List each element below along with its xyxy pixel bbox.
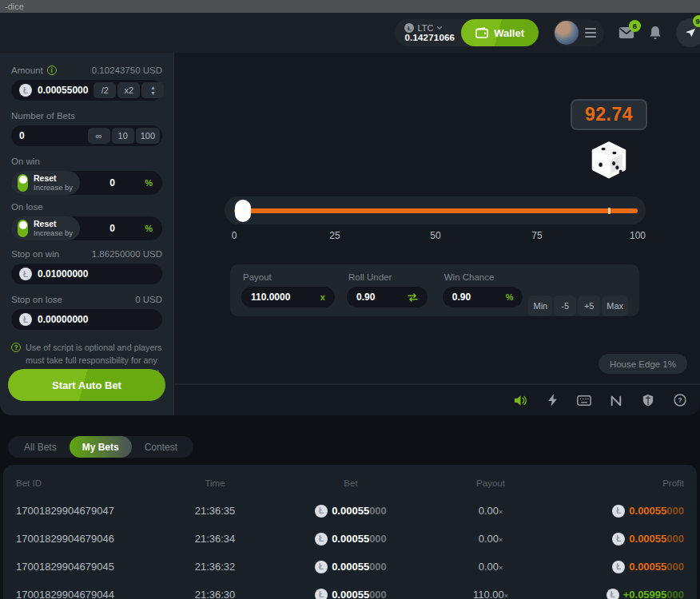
turbo-button[interactable] <box>542 390 563 411</box>
currency-code: LTC <box>417 23 433 33</box>
bet-id: 17001829904679046 <box>11 533 155 545</box>
fairness-button[interactable] <box>638 390 658 411</box>
tab-my-bets[interactable]: My Bets <box>70 436 132 458</box>
col-time: Time <box>155 478 275 488</box>
on-win-reset-label: Reset <box>34 174 73 184</box>
amount-input[interactable]: Ł 0.00055000 /2 x2 ▲▼ <box>11 80 162 101</box>
payout-x-icon: × <box>499 536 503 544</box>
swap-icon[interactable] <box>408 293 418 302</box>
table-row[interactable]: 17001829904679044 21:36:30 Ł 0.00055000 … <box>11 581 689 599</box>
win-chance-minus5-button[interactable]: -5 <box>554 296 576 316</box>
bet-controls-sidebar: Amount i 0.10243750 USD Ł 0.00055000 /2 … <box>0 53 174 415</box>
on-lose-increase-label: Increase by <box>34 229 73 237</box>
litecoin-icon: Ł <box>315 533 328 545</box>
col-bet-id: Bet ID <box>11 478 155 488</box>
on-lose-toggle[interactable]: Reset Increase by <box>11 216 80 240</box>
win-chance-input[interactable]: 0.90 % <box>443 287 523 307</box>
on-win-toggle[interactable]: Reset Increase by <box>11 171 80 195</box>
bet-amount: 0.00055000 <box>332 505 387 517</box>
table-row[interactable]: 17001829904679046 21:36:34 Ł 0.00055000 … <box>11 525 689 553</box>
bet-amount-main: 0.00055 <box>332 533 369 545</box>
payout-label: Payout <box>241 272 335 282</box>
win-chance-max-button[interactable]: Max <box>602 296 628 316</box>
profile-menu-icon[interactable] <box>585 28 596 38</box>
litecoin-icon: Ł <box>19 313 32 326</box>
toggle-switch-icon <box>18 174 28 192</box>
chat-badge: 99 <box>693 15 700 27</box>
amount-stepper[interactable]: ▲▼ <box>141 82 164 98</box>
win-chance-value: 0.90 <box>452 292 499 303</box>
amount-double-button[interactable]: x2 <box>117 82 140 98</box>
bets-infinity-button[interactable]: ∞ <box>88 128 110 144</box>
game-area: 92.74 <box>175 53 700 415</box>
stop-on-win-input[interactable]: Ł 0.01000000 <box>11 264 162 284</box>
number-of-bets-input[interactable]: 0 ∞ 10 100 <box>11 125 162 146</box>
roll-under-input[interactable]: 0.90 <box>347 287 428 307</box>
trends-icon <box>610 395 622 407</box>
hotkeys-button[interactable] <box>574 390 595 411</box>
verify-icon <box>642 394 654 407</box>
bet-amount-main: 0.00055 <box>332 505 369 517</box>
slider-track[interactable] <box>234 208 638 213</box>
game-panel: Amount i 0.10243750 USD Ł 0.00055000 /2 … <box>0 53 700 415</box>
dice-game-screen: -dice Ł LTC 0.14271066 Wallet <box>0 0 700 599</box>
stop-on-win-usd: 1.86250000 USD <box>92 249 162 259</box>
stop-on-lose-value: 0.00000000 <box>38 314 160 325</box>
win-chance-min-button[interactable]: Min <box>528 296 552 316</box>
bet-payout: 110.00× <box>427 589 555 599</box>
col-bet: Bet <box>275 478 427 488</box>
on-win-increase-label: Increase by <box>34 184 73 192</box>
roll-under-value: 0.90 <box>356 292 401 303</box>
bet-amount: 0.00055000 <box>332 589 387 599</box>
stop-on-lose-input[interactable]: Ł 0.00000000 <box>11 309 162 330</box>
number-of-bets-label: Number of Bets <box>11 111 75 121</box>
bets-section: All Bets My Bets Contest Bet ID Time Bet… <box>0 415 700 599</box>
profit-zeros: 000 <box>666 505 684 517</box>
avatar[interactable] <box>555 21 579 45</box>
payout-input[interactable]: 110.0000 x <box>241 287 335 307</box>
info-icon[interactable]: i <box>47 65 57 75</box>
tick-0: 0 <box>232 230 237 241</box>
amount-value: 0.00055000 <box>38 85 88 96</box>
tab-contest[interactable]: Contest <box>132 436 190 458</box>
tick-75: 75 <box>531 230 542 241</box>
sound-toggle-button[interactable] <box>510 390 531 411</box>
wallet-icon <box>475 27 488 38</box>
chat-button[interactable]: 99 <box>676 18 700 47</box>
messages-button[interactable]: 6 <box>618 26 634 39</box>
bet-profit: 0.00055000 <box>629 505 684 517</box>
bet-amount-zeros: 000 <box>369 561 387 573</box>
stats-button[interactable] <box>606 390 626 411</box>
payout-value: 0.00 <box>479 505 499 517</box>
table-row[interactable]: 17001829904679045 21:36:32 Ł 0.00055000 … <box>11 553 689 581</box>
help-button[interactable]: ? <box>670 390 690 411</box>
help-icon: ? <box>674 394 686 407</box>
notifications-button[interactable] <box>649 26 662 40</box>
wallet-button[interactable]: Wallet <box>461 19 539 46</box>
win-chance-plus5-button[interactable]: +5 <box>578 296 600 316</box>
payout-x-icon: × <box>499 564 503 572</box>
litecoin-icon: Ł <box>19 268 32 280</box>
on-win-value[interactable]: 0 <box>80 177 145 188</box>
litecoin-icon: Ł <box>315 589 328 599</box>
tick-25: 25 <box>329 230 340 241</box>
start-auto-bet-button[interactable]: Start Auto Bet <box>8 369 165 401</box>
on-lose-label: On lose <box>11 202 43 212</box>
on-lose-value[interactable]: 0 <box>80 223 145 234</box>
roll-slider[interactable] <box>225 196 646 224</box>
bet-id: 17001829904679045 <box>11 561 155 573</box>
tab-all-bets[interactable]: All Bets <box>11 436 70 458</box>
number-of-bets-value: 0 <box>19 130 82 141</box>
roll-under-label: Roll Under <box>347 272 428 282</box>
amount-half-button[interactable]: /2 <box>93 82 116 98</box>
chevron-down-icon <box>436 25 443 31</box>
bet-time: 21:36:32 <box>155 561 275 573</box>
bets-10-button[interactable]: 10 <box>112 128 134 144</box>
table-row[interactable]: 17001829904679047 21:36:35 Ł 0.00055000 … <box>11 497 689 525</box>
bets-100-button[interactable]: 100 <box>136 128 160 144</box>
chat-icon <box>684 26 697 39</box>
profit-zeros: 000 <box>666 533 684 545</box>
payout-value: 0.00 <box>479 561 499 573</box>
litecoin-icon: Ł <box>612 505 625 518</box>
slider-handle[interactable] <box>235 200 251 222</box>
